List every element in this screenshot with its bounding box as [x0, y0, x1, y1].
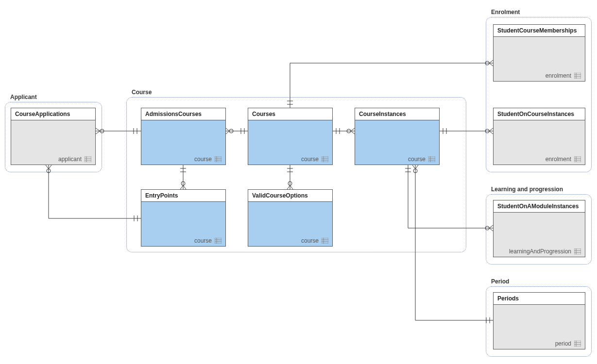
entity-footer: course	[194, 156, 222, 163]
entity-course-instances[interactable]: CourseInstances course	[355, 108, 440, 165]
db-icon	[574, 156, 581, 162]
entity-course-applications[interactable]: CourseApplications applicant	[11, 108, 96, 165]
db-icon	[574, 341, 581, 347]
db-icon	[85, 156, 91, 162]
svg-rect-0	[85, 156, 91, 162]
entity-footer: course	[194, 237, 222, 244]
schema-label: course	[408, 156, 426, 163]
svg-rect-16	[215, 238, 222, 244]
entity-header: StudentOnCourseInstances	[494, 108, 585, 120]
container-label-applicant: Applicant	[10, 94, 37, 100]
entity-footer: enrolment	[546, 72, 581, 79]
schema-label: course	[194, 156, 212, 163]
schema-label: course	[301, 237, 319, 244]
db-icon	[322, 238, 328, 244]
entity-footer: enrolment	[546, 156, 581, 163]
schema-label: enrolment	[546, 72, 571, 79]
container-label-course: Course	[132, 89, 152, 96]
entity-footer: course	[408, 156, 435, 163]
entity-header: Courses	[248, 108, 332, 120]
schema-label: learningAndProgression	[509, 248, 571, 255]
entity-student-on-course-instances[interactable]: StudentOnCourseInstances enrolment	[493, 108, 585, 165]
schema-label: course	[194, 237, 212, 244]
entity-footer: period	[555, 340, 581, 347]
svg-rect-20	[322, 238, 328, 244]
svg-rect-8	[322, 156, 328, 162]
svg-rect-4	[215, 156, 222, 162]
entity-footer: course	[301, 237, 328, 244]
entity-header: CourseApplications	[11, 108, 95, 120]
entity-header: Periods	[494, 293, 585, 305]
entity-header: ValidCourseOptions	[248, 190, 332, 202]
entity-admissions-courses[interactable]: AdmissionsCourses course	[141, 108, 226, 165]
svg-rect-24	[574, 73, 581, 79]
entity-footer: applicant	[58, 156, 91, 163]
svg-rect-28	[574, 156, 581, 162]
entity-footer: learningAndProgression	[509, 248, 581, 255]
db-icon	[574, 73, 581, 79]
entity-courses[interactable]: Courses course	[248, 108, 333, 165]
svg-rect-36	[574, 341, 581, 347]
db-icon	[215, 238, 222, 244]
entity-header: AdmissionsCourses	[141, 108, 225, 120]
entity-header: StudentOnAModuleInstances	[494, 200, 585, 213]
entity-header: EntryPoints	[141, 190, 225, 202]
schema-label: course	[301, 156, 319, 163]
container-label-learning: Learning and progression	[491, 186, 563, 193]
entity-entry-points[interactable]: EntryPoints course	[141, 189, 226, 247]
db-icon	[215, 156, 222, 162]
db-icon	[574, 248, 581, 254]
entity-student-on-a-module-instances[interactable]: StudentOnAModuleInstances learningAndPro…	[493, 200, 585, 257]
schema-label: period	[555, 340, 571, 347]
container-label-enrolment: Enrolment	[491, 9, 520, 16]
schema-label: applicant	[58, 156, 82, 163]
entity-footer: course	[301, 156, 328, 163]
entity-header: CourseInstances	[355, 108, 439, 120]
db-icon	[322, 156, 328, 162]
entity-valid-course-options[interactable]: ValidCourseOptions course	[248, 189, 333, 247]
svg-rect-32	[574, 248, 581, 254]
container-label-period: Period	[491, 278, 509, 285]
db-icon	[428, 156, 435, 162]
entity-periods[interactable]: Periods period	[493, 292, 585, 349]
entity-header: StudentCourseMemberships	[494, 25, 585, 37]
entity-student-course-memberships[interactable]: StudentCourseMemberships enrolment	[493, 24, 585, 82]
schema-label: enrolment	[546, 156, 571, 163]
svg-rect-12	[428, 156, 435, 162]
